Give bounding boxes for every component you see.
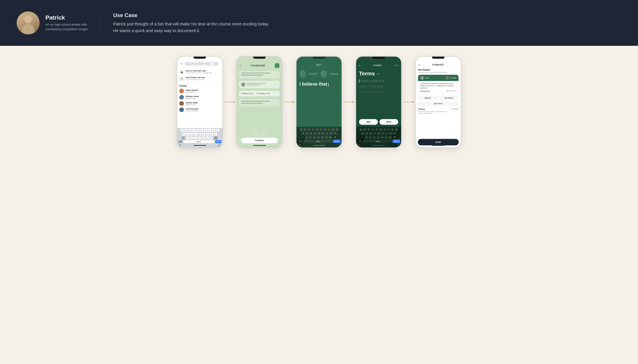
- p4-key-r[interactable]: r: [371, 128, 374, 131]
- p2-back-icon[interactable]: <: [239, 64, 241, 67]
- key-w[interactable]: w: [184, 129, 188, 132]
- p3-key-x[interactable]: x: [309, 136, 313, 139]
- p4-key-h[interactable]: h: [381, 132, 384, 135]
- p4-key-z[interactable]: z: [365, 136, 368, 139]
- p3-key-space[interactable]: space: [304, 140, 333, 143]
- key-a[interactable]: a: [182, 133, 185, 136]
- key-c[interactable]: c: [194, 136, 197, 140]
- friend-josh[interactable]: Josh Herdoiza @COACHHERD: [177, 106, 222, 113]
- p4-key-shift[interactable]: ⇧: [361, 136, 364, 139]
- p3-key-u[interactable]: u: [323, 128, 327, 131]
- add-icon[interactable]: ⊕: [215, 62, 217, 66]
- edit-stakes-button[interactable]: Edit Stakes: [439, 96, 459, 100]
- p3-key-k[interactable]: k: [329, 132, 333, 135]
- key-l[interactable]: l: [214, 133, 217, 136]
- key-h[interactable]: h: [202, 133, 205, 136]
- edit-bet-button[interactable]: Edit Bet: [418, 96, 438, 100]
- p4-key-d[interactable]: d: [369, 132, 373, 135]
- p2-text-area[interactable]: I believe that ___ I'm willing to bet: [239, 91, 280, 96]
- p3-key-n[interactable]: n: [325, 136, 328, 139]
- p4-key-a[interactable]: a: [361, 132, 365, 135]
- term1-container[interactable]: INSERT A TERM HERE.: [356, 78, 401, 84]
- mic-key[interactable]: 🎤: [218, 144, 221, 146]
- p3-key-r[interactable]: r: [311, 128, 315, 131]
- p4-key-y[interactable]: y: [379, 128, 382, 131]
- done-button[interactable]: Done: [379, 119, 398, 125]
- p3-key-f[interactable]: f: [313, 132, 317, 135]
- invite-button[interactable]: Invite: [418, 139, 459, 145]
- invite-menu-item[interactable]: ☐ Send invites over text For your golf g…: [177, 76, 222, 82]
- p4-key-m[interactable]: m: [388, 136, 392, 139]
- p2-circle-icon1[interactable]: ○: [252, 130, 258, 136]
- p3-key-y[interactable]: y: [319, 128, 323, 131]
- p3-key-delete[interactable]: ⌫: [333, 136, 337, 139]
- p4-key-p[interactable]: p: [395, 128, 398, 131]
- friend-gurbaz[interactable]: Gurbaz Singh @GBAZ2000: [177, 100, 222, 106]
- p4-key-n[interactable]: n: [384, 136, 388, 139]
- key-j[interactable]: j: [206, 133, 209, 136]
- p3-key-l[interactable]: l: [333, 132, 337, 135]
- p4-key-w[interactable]: w: [363, 128, 366, 131]
- p3-key-p[interactable]: p: [335, 128, 339, 131]
- bet-card[interactable]: P. Pri N. Kum I believe that I'll make t…: [418, 74, 459, 93]
- p3-key-v[interactable]: v: [317, 136, 320, 139]
- p3-emoji-key[interactable]: ☺: [299, 144, 301, 146]
- p4-key-e[interactable]: e: [367, 128, 370, 131]
- edit-terms-button[interactable]: Edit Terms: [418, 102, 459, 106]
- p3-key-return[interactable]: return: [333, 140, 341, 143]
- p4-key-l[interactable]: l: [393, 132, 396, 135]
- p4-key-o[interactable]: o: [391, 128, 394, 131]
- p3-key-w[interactable]: w: [303, 128, 307, 131]
- p4-key-t[interactable]: t: [375, 128, 378, 131]
- p3-key-b[interactable]: b: [321, 136, 324, 139]
- p3-key-z[interactable]: z: [305, 136, 309, 139]
- p3-key-q[interactable]: q: [299, 128, 303, 131]
- key-n[interactable]: n: [205, 136, 209, 140]
- key-m[interactable]: m: [209, 136, 213, 140]
- p4-key-space[interactable]: space: [363, 140, 392, 143]
- key-s[interactable]: s: [186, 133, 189, 136]
- p4-key-f[interactable]: f: [373, 132, 376, 135]
- key-number[interactable]: 123: [178, 140, 183, 143]
- key-q[interactable]: q: [180, 129, 184, 132]
- key-z[interactable]: z: [186, 136, 189, 140]
- p5-back-icon[interactable]: <: [418, 63, 420, 67]
- key-shift[interactable]: ⇧: [182, 136, 185, 140]
- p3-key-g[interactable]: g: [317, 132, 321, 135]
- p4-key-k[interactable]: k: [389, 132, 392, 135]
- key-e[interactable]: e: [188, 129, 192, 132]
- p3-key-t[interactable]: t: [315, 128, 319, 131]
- p4-key-u[interactable]: u: [383, 128, 386, 131]
- watch-later-link[interactable]: ▶▶ Watch later: [447, 90, 456, 92]
- p3-key-i[interactable]: i: [327, 128, 331, 131]
- key-delete[interactable]: ⌫: [214, 136, 218, 140]
- key-u[interactable]: u: [204, 129, 207, 132]
- p3-key-d[interactable]: d: [309, 132, 313, 135]
- p4-key-delete[interactable]: ⌫: [392, 136, 397, 139]
- p4-emoji-key[interactable]: ☺: [358, 144, 360, 146]
- key-space[interactable]: space: [183, 140, 215, 143]
- p3-mic-key[interactable]: 🎤: [337, 144, 339, 146]
- key-f[interactable]: f: [194, 133, 197, 136]
- key-k[interactable]: k: [210, 133, 213, 136]
- qr-menu-item[interactable]: ▦ Scan or show QR code Find friends that…: [177, 69, 222, 76]
- key-i[interactable]: i: [208, 129, 211, 132]
- p3-key-shift[interactable]: ⇧: [301, 136, 305, 139]
- p4-key-j[interactable]: j: [385, 132, 388, 135]
- p4-key-s[interactable]: s: [365, 132, 369, 135]
- p3-key-number[interactable]: 123: [297, 140, 303, 143]
- key-d[interactable]: d: [190, 133, 193, 136]
- p3-key-a[interactable]: a: [302, 132, 305, 135]
- p4-key-v[interactable]: v: [376, 136, 380, 139]
- p4-key-b[interactable]: b: [380, 136, 384, 139]
- p4-key-c[interactable]: c: [373, 136, 376, 139]
- privacy-badge[interactable]: ⊕ Public: [452, 108, 458, 110]
- key-t[interactable]: t: [196, 129, 199, 132]
- key-b[interactable]: b: [202, 136, 205, 140]
- continue-button[interactable]: Continue: [241, 138, 278, 143]
- add-button[interactable]: Add: [359, 119, 378, 125]
- p4-back-icon[interactable]: <: [359, 64, 360, 67]
- key-y[interactable]: y: [200, 129, 203, 132]
- p4-mic-key[interactable]: 🎤: [397, 144, 399, 146]
- key-r[interactable]: r: [192, 129, 195, 132]
